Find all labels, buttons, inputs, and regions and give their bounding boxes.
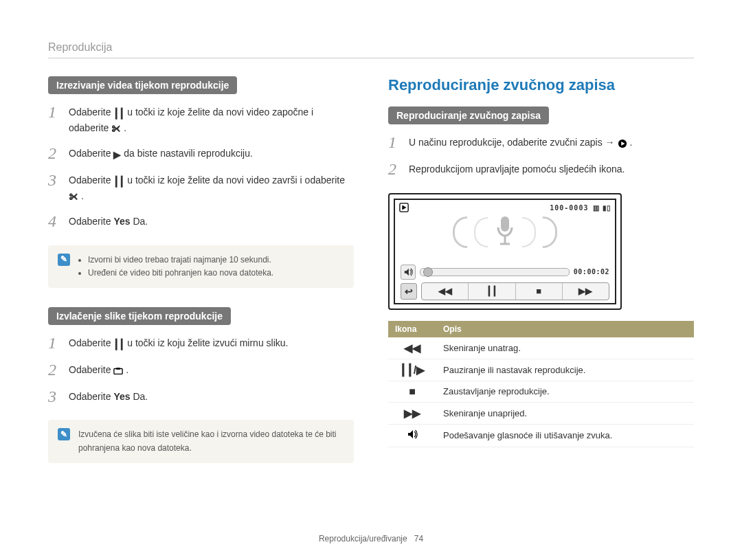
volume-icon <box>388 424 436 447</box>
step-number: 4 <box>48 212 62 232</box>
svg-rect-6 <box>501 216 509 232</box>
table-cell-desc: Pauziranje ili nastavak reprodukcije. <box>436 359 694 381</box>
note-box: ✎ Izvučena će slika biti iste veličine k… <box>48 420 354 462</box>
rewind-button[interactable]: ◀◀ <box>422 283 469 300</box>
cut-icon: ✀ <box>69 190 78 205</box>
svg-marker-9 <box>405 268 409 276</box>
step-2: 2 Odaberite . <box>48 360 354 380</box>
sound-wave-icon <box>474 217 488 247</box>
step-1: 1 Odaberite ┃┃ u točki iz koje želite da… <box>48 102 354 137</box>
progress-bar[interactable] <box>420 268 570 276</box>
pause-button[interactable]: ┃┃ <box>469 283 515 300</box>
card-icon: ▥ <box>593 204 599 212</box>
step-text: da biste nastavili reprodukciju. <box>124 148 253 159</box>
pause-icon: ┃┃ <box>113 337 124 352</box>
note-text: Izvučena će slika biti iste veličine kao… <box>78 428 344 454</box>
footer-page-number: 74 <box>414 534 423 544</box>
note-box: ✎ Izvorni bi video trebao trajati najman… <box>48 245 354 288</box>
note-text: Izvorni bi video trebao trajati najmanje… <box>88 254 273 267</box>
table-row: ■ Zaustavljanje reprodukcije. <box>388 381 694 402</box>
progress-handle[interactable] <box>423 267 433 277</box>
content-columns: Izrezivanje videa tijekom reprodukcije 1… <box>48 76 694 482</box>
note-text: Uređeni će video biti pohranjen kao nova… <box>88 267 273 280</box>
step-number: 1 <box>48 102 62 122</box>
step-number: 2 <box>48 360 62 380</box>
section-title-audio-playback: Reproduciranje zvučnog zapisa <box>388 107 549 124</box>
footer-section: Reprodukcija/uređivanje <box>319 534 407 544</box>
table-cell-desc: Skeniranje unatrag. <box>436 337 694 359</box>
table-row: Podešavanje glasnoće ili utišavanje zvuk… <box>388 424 694 447</box>
svg-marker-5 <box>402 205 406 210</box>
left-column: Izrezivanje videa tijekom reprodukcije 1… <box>48 76 354 482</box>
pause-play-icon: ┃┃/▶ <box>388 359 436 381</box>
playback-mode-icon <box>399 203 409 214</box>
step-text: u točki iz koje želite da novi video zav… <box>127 175 345 186</box>
forward-icon: ▶▶ <box>388 402 436 424</box>
battery-icon: ▮▯ <box>603 204 611 212</box>
step-text: Odaberite <box>69 175 113 186</box>
step-text-bold: Yes <box>113 391 130 402</box>
sound-wave-icon <box>543 216 557 248</box>
steps-extract-image: 1 Odaberite ┃┃ u točki iz koju želite iz… <box>48 333 354 406</box>
step-text: Odaberite <box>69 107 113 117</box>
heading-audio-playback: Reproduciranje zvučnog zapisa <box>388 76 694 94</box>
step-number: 3 <box>48 387 62 407</box>
step-text: Odaberite <box>69 148 113 159</box>
step-number: 1 <box>48 333 62 353</box>
audio-player-screenshot: 100-0003 ▥ ▮▯ <box>388 193 622 310</box>
sound-wave-icon <box>522 217 536 247</box>
volume-button[interactable] <box>401 265 416 280</box>
page-footer: Reprodukcija/uređivanje 74 <box>0 534 742 544</box>
step-3: 3 Odaberite ┃┃ u točki iz koje želite da… <box>48 170 354 205</box>
table-row: ◀◀ Skeniranje unatrag. <box>388 337 694 359</box>
step-text: Da. <box>133 216 148 227</box>
page: Reprodukcija Izrezivanje videa tijekom r… <box>0 0 742 560</box>
section-title-extract-image: Izvlačenje slike tijekom reprodukcije <box>48 307 231 325</box>
step-text: . <box>629 137 632 148</box>
step-4: 4 Odaberite Yes Da. <box>48 212 354 232</box>
svg-rect-1 <box>117 368 120 370</box>
forward-button[interactable]: ▶▶ <box>563 283 609 300</box>
table-row: ▶▶ Skeniranje unaprijed. <box>388 402 694 424</box>
step-text: Odaberite <box>69 337 113 348</box>
step-text: Reprodukcijom upravljajte pomoću sljedeć… <box>409 159 625 177</box>
play-circle-icon <box>618 137 627 151</box>
icon-description-table: Ikona Opis ◀◀ Skeniranje unatrag. ┃┃/▶ P… <box>388 321 694 447</box>
step-text: Odaberite <box>69 216 113 227</box>
step-text: u točki iz koju želite izvući mirnu slik… <box>127 337 288 348</box>
step-text: Odaberite <box>69 391 113 402</box>
cut-icon: ✀ <box>111 122 121 137</box>
step-1: 1 U načinu reprodukcije, odaberite zvučn… <box>388 133 694 153</box>
table-header-icon: Ikona <box>388 321 436 337</box>
section-title-trim-video: Izrezivanje videa tijekom reprodukcije <box>48 76 237 94</box>
table-header-desc: Opis <box>436 321 694 337</box>
elapsed-time: 00:00:02 <box>574 268 609 276</box>
right-column: Reproduciranje zvučnog zapisa Reproducir… <box>388 76 694 482</box>
step-text-bold: Yes <box>113 216 130 227</box>
step-text: . <box>81 190 84 201</box>
table-cell-desc: Podešavanje glasnoće ili utišavanje zvuk… <box>436 424 694 447</box>
step-2: 2 Reprodukcijom upravljajte pomoću sljed… <box>388 159 694 179</box>
note-icon: ✎ <box>58 428 70 440</box>
stop-icon: ■ <box>388 381 436 402</box>
play-icon: ▶ <box>113 148 121 162</box>
stop-button[interactable]: ■ <box>516 283 563 300</box>
note-icon: ✎ <box>58 254 70 266</box>
rewind-icon: ◀◀ <box>388 337 436 359</box>
table-cell-desc: Skeniranje unaprijed. <box>436 402 694 424</box>
step-text: . <box>124 122 126 133</box>
step-number: 2 <box>388 159 402 179</box>
sound-wave-icon <box>453 216 467 248</box>
step-2: 2 Odaberite ▶ da biste nastavili reprodu… <box>48 144 354 164</box>
step-number: 1 <box>388 133 402 153</box>
back-button[interactable]: ↩ <box>401 283 417 300</box>
table-row: ┃┃/▶ Pauziranje ili nastavak reprodukcij… <box>388 359 694 381</box>
steps-audio-playback: 1 U načinu reprodukcije, odaberite zvučn… <box>388 133 694 179</box>
step-text: . <box>126 364 128 375</box>
file-counter: 100-0003 <box>550 204 588 212</box>
microphone-icon <box>495 215 515 249</box>
breadcrumb: Reprodukcija <box>48 41 694 58</box>
svg-marker-10 <box>408 430 413 438</box>
step-text: Odaberite <box>69 364 113 375</box>
step-number: 2 <box>48 144 62 164</box>
